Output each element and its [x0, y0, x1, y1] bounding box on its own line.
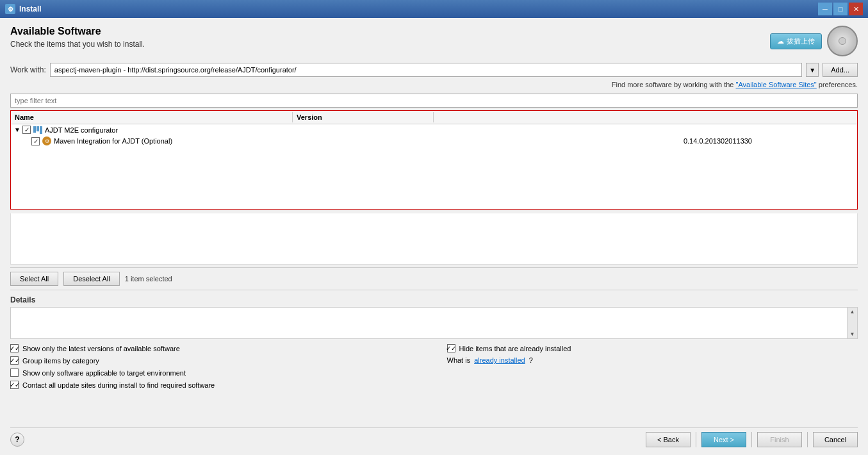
- work-with-input[interactable]: [50, 63, 802, 77]
- options-section: ✓ Show only the latest versions of avail…: [10, 344, 858, 393]
- scroll-down-arrow[interactable]: ▼: [850, 331, 855, 337]
- details-label: Details: [10, 295, 858, 304]
- option-checkbox-1[interactable]: ✓: [10, 344, 19, 352]
- upload-label: 拔插上传: [787, 37, 815, 46]
- maximize-button[interactable]: □: [833, 3, 848, 15]
- details-section: Details ▲ ▼: [10, 295, 858, 339]
- option-label-3: Show only software applicable to target …: [22, 369, 186, 377]
- filter-input[interactable]: [10, 94, 858, 108]
- work-with-dropdown[interactable]: ▼: [806, 63, 819, 77]
- table-empty-area: [10, 213, 858, 265]
- finish-button[interactable]: Finish: [757, 432, 802, 447]
- more-software-prefix: Find more software by working with the: [612, 81, 736, 88]
- help-button[interactable]: ?: [10, 433, 24, 447]
- cd-icon: [827, 26, 858, 56]
- gear-icon: ⚙: [42, 136, 51, 145]
- option-row: What is already installed ?: [447, 356, 858, 364]
- separator-2: [751, 432, 752, 447]
- scroll-up-arrow[interactable]: ▲: [850, 309, 855, 315]
- option-label-1: Show only the latest versions of availab…: [22, 345, 180, 352]
- cancel-button[interactable]: Cancel: [813, 432, 858, 447]
- package-icon: [33, 126, 42, 134]
- child-row-name: Maven Integration for AJDT (Optional): [54, 137, 172, 145]
- next-button[interactable]: Next >: [701, 432, 746, 447]
- option-label-6: What is: [447, 356, 471, 364]
- work-with-label: Work with:: [10, 65, 46, 74]
- available-software-sites-link[interactable]: "Available Software Sites": [736, 81, 817, 88]
- bar-icon-2: [37, 126, 39, 131]
- window-controls: ─ □ ✕: [818, 3, 863, 15]
- bar-icon-1: [33, 126, 36, 133]
- col-extra-header: [434, 112, 857, 122]
- option-row: Show only software applicable to target …: [10, 368, 422, 377]
- bar-icon-3: [40, 126, 42, 134]
- option-row: ✓ Hide items that are already installed: [447, 344, 858, 352]
- options-left: ✓ Show only the latest versions of avail…: [10, 344, 422, 393]
- header-row: Available Software Check the items that …: [10, 26, 858, 56]
- software-table: Name Version ▼ ✓ AJDT M2E configurator ✓…: [10, 110, 858, 210]
- table-row: ▼ ✓ AJDT M2E configurator: [11, 124, 857, 135]
- option-row: ✓ Show only the latest versions of avail…: [10, 344, 422, 352]
- already-installed-link[interactable]: already installed: [474, 356, 525, 364]
- selection-status: 1 item selected: [125, 275, 172, 283]
- option-label-6-suffix: ?: [529, 356, 533, 364]
- option-row: ✓ Group items by category: [10, 356, 422, 365]
- details-box: ▲ ▼: [10, 307, 858, 339]
- more-software-suffix: preferences.: [819, 81, 858, 88]
- parent-row-name: AJDT M2E configurator: [45, 126, 118, 134]
- option-label-4: Contact all update sites during install …: [22, 381, 215, 389]
- close-button[interactable]: ✕: [849, 3, 863, 15]
- titlebar: ⚙ Install ─ □ ✕: [0, 0, 868, 18]
- separator-1: [696, 432, 696, 447]
- table-header: Name Version: [11, 111, 857, 124]
- upload-button[interactable]: ☁ 拔插上传: [770, 33, 822, 49]
- page-subtitle: Check the items that you wish to install…: [10, 40, 145, 49]
- option-label-5: Hide items that are already installed: [459, 345, 571, 352]
- expand-arrow[interactable]: ▼: [13, 126, 21, 134]
- option-checkbox-3[interactable]: [10, 368, 19, 377]
- titlebar-title: Install: [19, 4, 42, 13]
- col-version-header: Version: [293, 112, 434, 122]
- back-button[interactable]: < Back: [646, 432, 691, 447]
- option-checkbox-4[interactable]: ✓: [10, 381, 19, 389]
- option-checkbox-2[interactable]: ✓: [10, 356, 19, 365]
- col-name-header: Name: [11, 112, 293, 122]
- page-title: Available Software: [10, 26, 145, 37]
- option-label-2: Group items by category: [22, 357, 99, 365]
- upload-icon: ☁: [777, 37, 784, 46]
- button-row: Select All Deselect All 1 item selected: [10, 267, 858, 290]
- header-right: ☁ 拔插上传: [770, 26, 858, 56]
- minimize-button[interactable]: ─: [818, 3, 832, 15]
- app-icon: ⚙: [5, 4, 15, 14]
- child-checkbox[interactable]: ✓: [31, 137, 40, 145]
- work-with-row: Work with: ▼ Add...: [10, 63, 858, 77]
- more-software-row: Find more software by working with the "…: [10, 81, 858, 88]
- details-scrollbar: ▲ ▼: [847, 308, 857, 338]
- footer: ? < Back Next > Finish Cancel: [10, 427, 858, 447]
- add-button[interactable]: Add...: [823, 63, 858, 77]
- table-row: ✓ ⚙ Maven Integration for AJDT (Optional…: [11, 135, 857, 147]
- options-right: ✓ Hide items that are already installed …: [447, 344, 858, 393]
- header-left: Available Software Check the items that …: [10, 26, 145, 55]
- select-all-button[interactable]: Select All: [10, 272, 58, 286]
- deselect-all-button[interactable]: Deselect All: [63, 272, 119, 286]
- parent-checkbox[interactable]: ✓: [22, 126, 31, 134]
- main-content: Available Software Check the items that …: [0, 18, 868, 455]
- option-checkbox-5[interactable]: ✓: [447, 344, 455, 352]
- option-row: ✓ Contact all update sites during instal…: [10, 381, 422, 389]
- child-row-version: 0.14.0.201302011330: [684, 137, 855, 145]
- footer-left: ?: [10, 433, 24, 447]
- footer-right: < Back Next > Finish Cancel: [646, 432, 858, 447]
- separator-3: [807, 432, 808, 447]
